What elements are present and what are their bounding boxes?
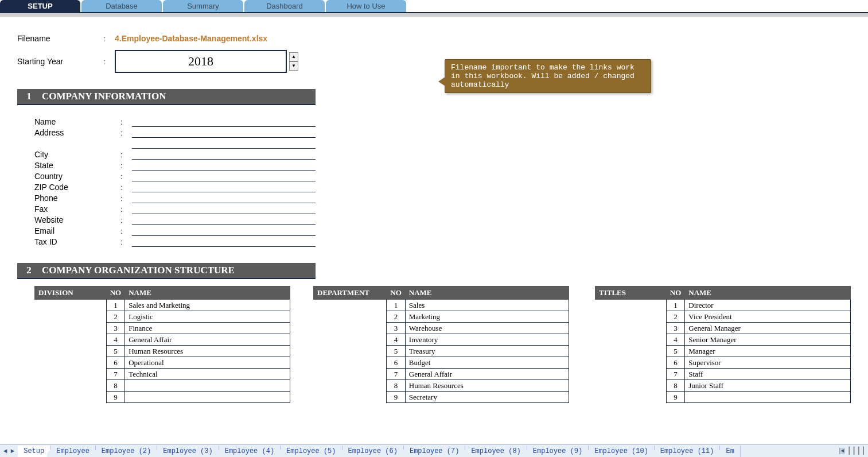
tab-database[interactable]: Database <box>81 0 162 12</box>
table-cell-no[interactable]: 4 <box>666 334 685 346</box>
table-cell-no[interactable]: 3 <box>387 323 406 334</box>
table-cell-no[interactable]: 9 <box>666 392 685 403</box>
table-cell-name[interactable]: Treasury <box>405 346 569 357</box>
table-row: 4General Affair <box>35 334 290 346</box>
table-cell-name[interactable] <box>125 380 290 392</box>
table-row: 6Supervisor <box>595 357 851 369</box>
table-cell-no[interactable]: 5 <box>106 346 125 357</box>
info-input[interactable] <box>132 215 316 225</box>
table-cell-empty <box>35 300 107 311</box>
table-cell-no[interactable]: 9 <box>387 392 406 403</box>
starting-year-label: Starting Year <box>17 57 103 66</box>
table-cell-no[interactable]: 6 <box>387 357 406 369</box>
table-cell-no[interactable]: 2 <box>666 311 685 323</box>
spinner-down-button[interactable]: ▼ <box>289 61 298 71</box>
table-cell-name[interactable]: Staff <box>685 369 851 380</box>
table-cell-no[interactable]: 6 <box>666 357 685 369</box>
info-input[interactable] <box>132 193 316 203</box>
table-cell-empty <box>35 323 107 334</box>
table-cell-no[interactable]: 1 <box>387 300 406 311</box>
info-input[interactable] <box>132 117 316 127</box>
table-cell-no[interactable]: 7 <box>387 369 406 380</box>
info-input[interactable] <box>132 237 316 247</box>
filename-label: Filename <box>17 34 103 43</box>
table-cell-name[interactable]: Marketing <box>405 311 569 323</box>
table-cell-name[interactable]: General Affair <box>125 334 290 346</box>
table-cell-no[interactable]: 2 <box>387 311 406 323</box>
info-input[interactable] <box>132 182 316 192</box>
table-cell-no[interactable]: 8 <box>106 380 125 392</box>
table-cell-name[interactable]: Sales and Marketing <box>125 300 290 311</box>
table-cell-name[interactable]: Sales <box>405 300 569 311</box>
table-cell-empty <box>35 380 107 392</box>
table-row: 8 <box>35 380 290 392</box>
info-input[interactable] <box>132 149 316 160</box>
table-cell-name[interactable] <box>685 392 851 403</box>
table-cell-name[interactable]: Manager <box>685 346 851 357</box>
spinner-up-button[interactable]: ▲ <box>289 52 298 61</box>
table-row: 8Human Resources <box>314 380 569 392</box>
table-cell-name[interactable]: Supervisor <box>685 357 851 369</box>
info-input[interactable] <box>132 226 316 236</box>
table-cell-no[interactable]: 6 <box>106 357 125 369</box>
table-cell-no[interactable]: 1 <box>666 300 685 311</box>
table-cell-name[interactable]: Budget <box>405 357 569 369</box>
table-cell-no[interactable]: 7 <box>666 369 685 380</box>
table-cell-name[interactable]: Human Resources <box>125 346 290 357</box>
table-cell-no[interactable]: 5 <box>387 346 406 357</box>
table-cell-name[interactable]: General Affair <box>405 369 569 380</box>
table-row: 5Human Resources <box>35 346 290 357</box>
info-label: Phone <box>34 193 120 203</box>
table-cell-no[interactable]: 2 <box>106 311 125 323</box>
table-cell-name[interactable]: Technical <box>125 369 290 380</box>
info-input[interactable] <box>132 171 316 181</box>
tab-dashboard[interactable]: Dashboard <box>244 0 325 12</box>
table-cell-name[interactable]: General Manager <box>685 323 851 334</box>
table-cell-name[interactable]: Secretary <box>405 392 569 403</box>
section-1-header: 1 COMPANY INFORMATION <box>17 89 316 105</box>
table-cell-empty <box>314 334 387 346</box>
table-cell-no[interactable]: 5 <box>666 346 685 357</box>
table-cell-name[interactable]: Logistic <box>125 311 290 323</box>
tab-setup[interactable]: SETUP <box>0 0 80 12</box>
colon: : <box>120 129 132 137</box>
info-input[interactable] <box>132 138 316 149</box>
info-label: Website <box>34 215 120 224</box>
table-cell-name[interactable]: Operational <box>125 357 290 369</box>
starting-year-input[interactable]: 2018 <box>115 50 287 73</box>
table-cell-no[interactable]: 1 <box>106 300 125 311</box>
table-cell-no[interactable]: 8 <box>666 380 685 392</box>
table-row: 7Technical <box>35 369 290 380</box>
table-cell-no[interactable]: 4 <box>106 334 125 346</box>
info-input[interactable] <box>132 160 316 171</box>
info-label: City <box>34 150 120 159</box>
table-cell-name[interactable]: Director <box>685 300 851 311</box>
colon: : <box>120 161 132 170</box>
tab-summary[interactable]: Summary <box>163 0 243 12</box>
table-cell-no[interactable]: 4 <box>387 334 406 346</box>
table-row: 3Warehouse <box>314 323 569 334</box>
table-cell-no[interactable]: 3 <box>106 323 125 334</box>
table-cell-name[interactable] <box>125 392 290 403</box>
table-row: 2Vice President <box>595 311 851 323</box>
table-cell-name[interactable]: Finance <box>125 323 290 334</box>
table-header-name: NAME <box>685 286 851 300</box>
info-input[interactable] <box>132 204 316 214</box>
table-cell-name[interactable]: Senior Manager <box>685 334 851 346</box>
table-cell-no[interactable]: 7 <box>106 369 125 380</box>
table-cell-no[interactable]: 8 <box>387 380 406 392</box>
table-cell-name[interactable]: Junior Staff <box>685 380 851 392</box>
table-row: 9Secretary <box>314 392 569 403</box>
colon: : <box>103 57 115 66</box>
table-cell-name[interactable]: Warehouse <box>405 323 569 334</box>
table-cell-name[interactable]: Human Resources <box>405 380 569 392</box>
table-cell-name[interactable]: Inventory <box>405 334 569 346</box>
tab-howtouse[interactable]: How to Use <box>326 0 406 12</box>
table-row: 2Logistic <box>35 311 290 323</box>
info-input[interactable] <box>132 127 316 138</box>
table-cell-empty <box>35 346 107 357</box>
table-cell-no[interactable]: 9 <box>106 392 125 403</box>
table-cell-name[interactable]: Vice President <box>685 311 851 323</box>
info-label: Name <box>34 117 120 126</box>
table-cell-no[interactable]: 3 <box>666 323 685 334</box>
